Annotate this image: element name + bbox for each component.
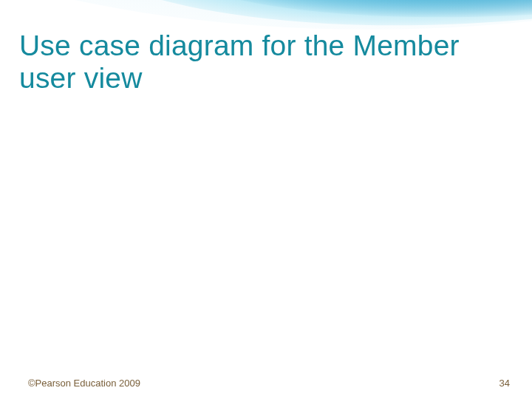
slide-title: Use case diagram for the Member user vie… — [19, 30, 507, 94]
footer-copyright: ©Pearson Education 2009 — [28, 378, 140, 389]
page-number: 34 — [499, 378, 510, 389]
slide: Use case diagram for the Member user vie… — [0, 0, 532, 399]
